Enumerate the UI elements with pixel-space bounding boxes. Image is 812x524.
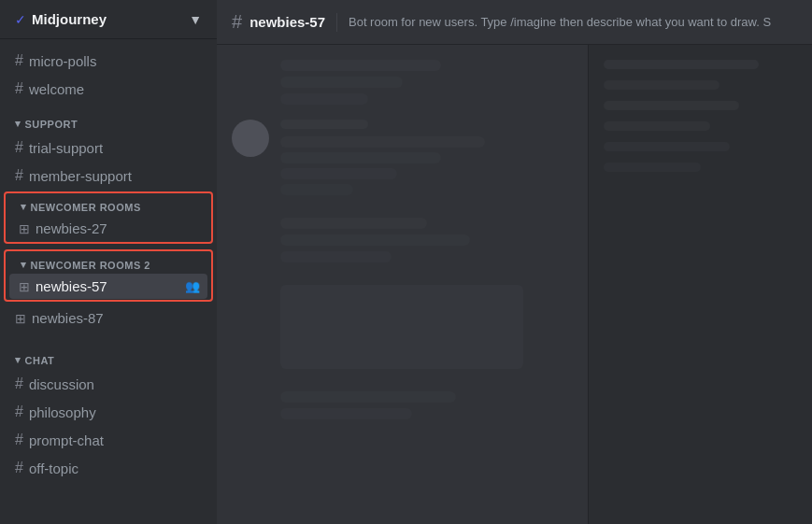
channel-label: newbies-87 <box>32 310 204 326</box>
rp-blur-bar <box>604 163 701 172</box>
message-group <box>232 120 573 195</box>
hash-person-icon: ⊞ <box>19 221 30 236</box>
messages-panel <box>217 45 588 524</box>
avatar <box>232 120 269 157</box>
channel-item-newbies-57[interactable]: ⊞ newbies-57 👥 <box>9 274 207 299</box>
blur-content <box>280 408 412 419</box>
channel-label: discussion <box>29 376 204 392</box>
channel-item-newbies-87[interactable]: ⊞ newbies-87 <box>6 305 211 331</box>
blur-content <box>280 251 392 262</box>
blur-username <box>280 120 368 129</box>
hash-icon: # <box>15 375 23 392</box>
category-arrow-icon: ▾ <box>15 118 21 130</box>
members-icon: 👥 <box>185 279 200 293</box>
hash-icon: # <box>15 80 23 97</box>
top-bar-divider <box>336 13 337 32</box>
rp-blur-bar <box>604 121 710 131</box>
rp-blur-bar <box>604 142 730 151</box>
hash-person-icon: ⊞ <box>19 279 30 294</box>
hash-icon: # <box>15 139 23 156</box>
top-bar: # newbies-57 Bot room for new users. Typ… <box>217 0 812 45</box>
blur-text <box>280 152 441 163</box>
server-header[interactable]: ✓ Midjourney ▼ <box>0 0 217 39</box>
top-bar-description: Bot room for new users. Type /imagine th… <box>349 15 797 29</box>
channel-label: trial-support <box>29 140 204 156</box>
hash-icon: # <box>15 52 23 69</box>
channel-label: member-support <box>29 168 204 184</box>
blur-content <box>280 234 470 246</box>
hash-icon: # <box>15 167 23 184</box>
category-chat: ▾ CHAT <box>0 339 217 370</box>
message-content <box>280 120 573 195</box>
sidebar: ✓ Midjourney ▼ # micro-polls # welcome ▾… <box>0 0 217 524</box>
channel-item-discussion[interactable]: # discussion <box>6 371 211 397</box>
server-checkmark-icon: ✓ <box>15 12 26 27</box>
category-arrow-icon: ▾ <box>15 354 21 366</box>
category-arrow-icon: ▾ <box>21 201 27 213</box>
top-bar-channel-name: newbies-57 <box>249 14 325 30</box>
blur-text <box>280 184 353 195</box>
category-newcomer2: ▾ NEWCOMER ROOMS 2 <box>6 251 211 273</box>
hash-person-icon: ⊞ <box>15 311 26 326</box>
channel-item-prompt-chat[interactable]: # prompt-chat <box>6 427 211 453</box>
image-preview <box>280 285 523 369</box>
blur-content <box>280 391 456 403</box>
channel-item-philosophy[interactable]: # philosophy <box>6 399 211 425</box>
chat-area <box>217 45 812 524</box>
rp-blur-bar <box>604 60 759 69</box>
newcomer-rooms-2-section: ▾ NEWCOMER ROOMS 2 ⊞ newbies-57 👥 <box>4 249 213 302</box>
category-label-newcomer2[interactable]: ▾ NEWCOMER ROOMS 2 <box>13 259 204 271</box>
right-panel <box>588 45 812 524</box>
category-arrow-icon: ▾ <box>21 259 27 271</box>
channel-item-micro-polls[interactable]: # micro-polls <box>6 48 211 74</box>
channel-label: welcome <box>29 81 204 97</box>
server-name: Midjourney <box>32 11 107 27</box>
channel-label: newbies-27 <box>36 220 200 236</box>
rp-blur-bar <box>604 80 719 90</box>
category-label-newcomer[interactable]: ▾ NEWCOMER ROOMS <box>13 201 204 213</box>
channel-label: off-topic <box>29 460 204 476</box>
blur-content <box>280 218 427 229</box>
hash-icon: # <box>15 432 23 448</box>
channel-hash-icon: # <box>232 11 242 33</box>
channel-item-member-support[interactable]: # member-support <box>6 163 211 189</box>
blur-content <box>280 60 441 71</box>
blur-content <box>280 93 368 105</box>
newcomer-rooms-section: ▾ NEWCOMER ROOMS ⊞ newbies-27 <box>4 191 213 244</box>
category-support: ▾ SUPPORT <box>0 103 217 134</box>
blur-text <box>280 168 397 179</box>
category-newcomer: ▾ NEWCOMER ROOMS <box>6 193 211 215</box>
channel-item-off-topic[interactable]: # off-topic <box>6 455 211 481</box>
hash-icon: # <box>15 404 23 420</box>
chevron-down-icon: ▼ <box>189 12 202 27</box>
channel-item-newbies-27[interactable]: ⊞ newbies-27 <box>9 216 207 241</box>
channel-label: prompt-chat <box>29 432 204 448</box>
main-content: # newbies-57 Bot room for new users. Typ… <box>217 0 812 524</box>
category-label-chat[interactable]: ▾ CHAT <box>7 354 209 366</box>
channel-label: micro-polls <box>29 53 204 69</box>
channel-label: newbies-57 <box>36 278 179 294</box>
channel-item-trial-support[interactable]: # trial-support <box>6 135 211 161</box>
blur-text <box>280 136 485 148</box>
rp-blur-bar <box>604 101 739 110</box>
channel-item-welcome[interactable]: # welcome <box>6 76 211 102</box>
blur-content <box>280 77 403 88</box>
category-label-support[interactable]: ▾ SUPPORT <box>7 118 209 130</box>
hash-icon: # <box>15 460 23 476</box>
channel-label: philosophy <box>29 404 204 420</box>
